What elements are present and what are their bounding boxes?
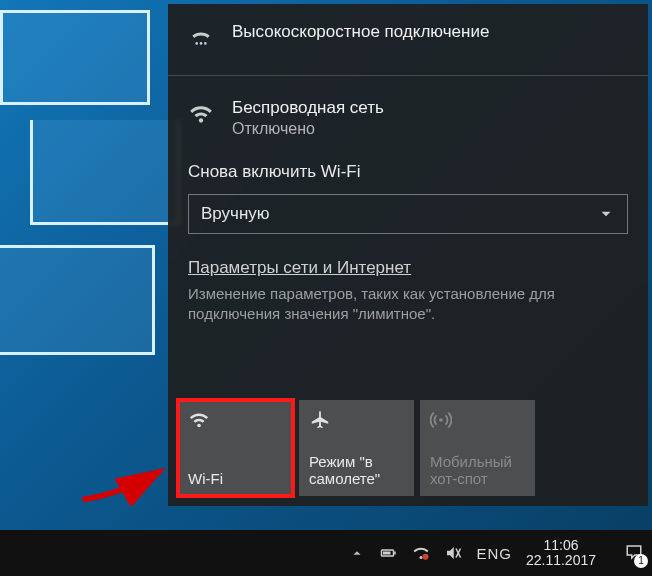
network-settings-link[interactable]: Параметры сети и Интернет <box>188 258 411 278</box>
svg-point-5 <box>439 418 443 422</box>
airplane-icon <box>309 409 331 431</box>
tile-wifi[interactable]: Wi-Fi <box>178 400 293 496</box>
clock[interactable]: 11:06 22.11.2017 <box>526 538 596 569</box>
svg-point-2 <box>204 42 207 45</box>
broadband-item[interactable]: Высокоскоростное подключение <box>188 22 628 51</box>
tray-overflow-icon[interactable] <box>350 546 364 560</box>
network-tray-icon[interactable] <box>412 544 430 562</box>
annotation-arrow <box>78 456 170 506</box>
network-flyout: Высокоскоростное подключение Беспроводна… <box>168 4 648 506</box>
wifi-title: Беспроводная сеть <box>232 98 384 118</box>
wifi-status: Отключено <box>232 120 384 138</box>
hotspot-icon <box>430 409 452 431</box>
wifi-icon <box>188 101 214 127</box>
tile-label: Мобильный хот-спот <box>430 453 525 487</box>
clock-date: 22.11.2017 <box>526 553 596 568</box>
taskbar: ENG 11:06 22.11.2017 1 <box>0 530 652 576</box>
svg-point-10 <box>423 554 429 560</box>
wallpaper-shape <box>0 245 155 355</box>
chevron-down-icon <box>597 205 615 223</box>
svg-rect-7 <box>395 552 397 555</box>
quick-action-tiles: Wi-Fi Режим "в самолете" Мобильный хот-с… <box>178 400 535 496</box>
network-settings-hint: Изменение параметров, таких как установл… <box>188 284 628 325</box>
tile-hotspot[interactable]: Мобильный хот-спот <box>420 400 535 496</box>
clock-time: 11:06 <box>526 538 596 553</box>
select-value: Вручную <box>201 204 270 224</box>
svg-point-4 <box>197 424 201 428</box>
system-tray: ENG 11:06 22.11.2017 1 <box>348 538 644 569</box>
tile-airplane[interactable]: Режим "в самолете" <box>299 400 414 496</box>
svg-point-1 <box>200 42 203 45</box>
battery-icon[interactable] <box>380 544 398 562</box>
broadband-icon <box>188 25 214 51</box>
reenable-select[interactable]: Вручную <box>188 194 628 234</box>
action-center-button[interactable]: 1 <box>610 543 644 564</box>
divider <box>168 75 648 76</box>
wifi-icon <box>188 409 210 431</box>
tile-label: Режим "в самолете" <box>309 453 404 487</box>
volume-icon[interactable] <box>444 544 462 562</box>
svg-rect-8 <box>383 552 391 555</box>
svg-point-0 <box>195 42 198 45</box>
language-indicator[interactable]: ENG <box>476 545 512 562</box>
broadband-title: Высокоскоростное подключение <box>232 22 489 42</box>
svg-point-9 <box>420 556 423 559</box>
wallpaper-shape <box>0 10 150 105</box>
wifi-item[interactable]: Беспроводная сеть Отключено <box>188 98 628 138</box>
tile-label: Wi-Fi <box>188 470 283 487</box>
wallpaper-shape <box>30 120 180 225</box>
svg-point-3 <box>199 118 203 122</box>
notification-badge: 1 <box>634 554 648 568</box>
reenable-label: Снова включить Wi-Fi <box>188 162 628 182</box>
